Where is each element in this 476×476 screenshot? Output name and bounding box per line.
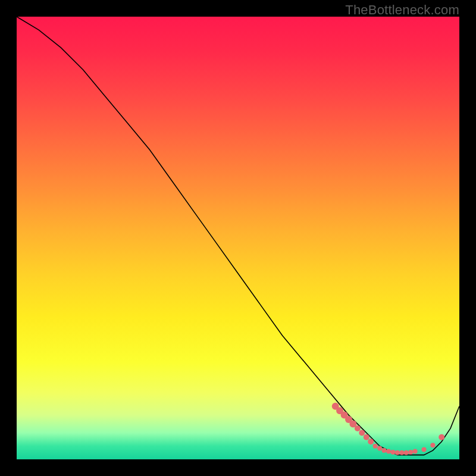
- chart-svg: [17, 17, 459, 459]
- highlight-dot: [395, 450, 400, 455]
- watermark-text: TheBottleneck.com: [345, 2, 459, 18]
- highlight-dot: [382, 448, 387, 453]
- highlight-dots-group: [332, 403, 445, 455]
- chart-frame: TheBottleneck.com: [0, 0, 476, 476]
- highlight-dot: [368, 439, 374, 444]
- highlight-dot: [422, 447, 427, 452]
- chart-plot-area: [17, 17, 459, 459]
- highlight-dot: [408, 450, 413, 455]
- highlight-dot: [404, 450, 409, 455]
- highlight-dot: [386, 449, 391, 454]
- highlight-dot: [359, 430, 365, 436]
- highlight-dot: [377, 446, 382, 450]
- highlight-dot: [364, 434, 369, 440]
- highlight-dot: [430, 443, 435, 447]
- highlight-dot: [439, 434, 444, 440]
- highlight-dot: [373, 444, 378, 449]
- highlight-dot: [390, 450, 395, 455]
- highlight-dot: [355, 425, 361, 431]
- bottleneck-curve: [17, 17, 459, 455]
- highlight-dot: [399, 450, 404, 455]
- highlight-dot: [413, 449, 418, 454]
